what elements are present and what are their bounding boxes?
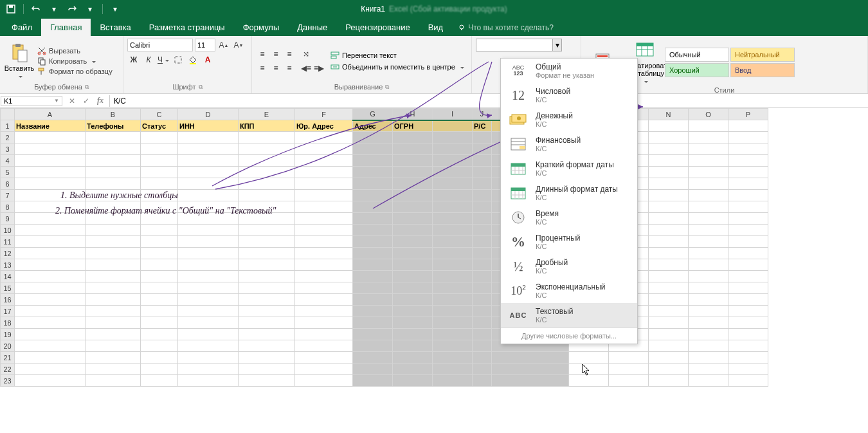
cell-F4[interactable] <box>295 155 353 167</box>
cell-D21[interactable] <box>178 352 239 364</box>
cell-F5[interactable] <box>295 167 353 178</box>
cell-D7[interactable] <box>178 190 239 201</box>
font-size-select[interactable] <box>195 39 215 51</box>
column-header-D[interactable]: D <box>178 109 239 120</box>
cell-D12[interactable] <box>178 248 239 259</box>
cell-J7[interactable] <box>473 190 492 201</box>
decrease-font-icon[interactable]: A▼ <box>232 39 245 51</box>
row-header-1[interactable]: 1 <box>1 120 15 132</box>
cell-N11[interactable] <box>649 236 689 248</box>
column-header-E[interactable]: E <box>239 109 295 120</box>
align-right-icon[interactable]: ≡ <box>283 62 296 75</box>
cell-D22[interactable] <box>178 364 239 375</box>
save-icon[interactable] <box>4 2 18 16</box>
cell-P20[interactable] <box>728 340 768 352</box>
borders-button[interactable] <box>172 53 185 66</box>
cell-E5[interactable] <box>239 167 295 178</box>
column-header-B[interactable]: B <box>86 109 141 120</box>
cell-E7[interactable] <box>239 190 295 201</box>
cell-M23[interactable] <box>609 375 649 387</box>
cell-C20[interactable] <box>141 340 178 352</box>
cell-H12[interactable] <box>393 248 433 259</box>
cell-N5[interactable] <box>649 167 689 178</box>
cell-H3[interactable] <box>393 143 433 155</box>
cell-N10[interactable] <box>649 225 689 236</box>
cell-O16[interactable] <box>689 294 728 306</box>
cell-D10[interactable] <box>178 225 239 236</box>
cell-H16[interactable] <box>393 294 433 306</box>
number-format-input[interactable] <box>476 39 553 51</box>
cell-J17[interactable] <box>473 306 492 317</box>
cell-O19[interactable] <box>689 329 728 340</box>
cell-E22[interactable] <box>239 364 295 375</box>
cell-B3[interactable] <box>86 143 141 155</box>
cell-B6[interactable] <box>86 178 141 190</box>
cell-J9[interactable] <box>473 213 492 225</box>
cell-H15[interactable] <box>393 282 433 294</box>
decrease-indent-icon[interactable]: ◀≡ <box>300 62 312 75</box>
cell-J2[interactable] <box>473 132 492 143</box>
column-header-N[interactable]: N <box>649 109 689 120</box>
column-header-P[interactable]: P <box>728 109 768 120</box>
cell-H11[interactable] <box>393 236 433 248</box>
cell-D18[interactable] <box>178 317 239 329</box>
cell-P9[interactable] <box>728 213 768 225</box>
cell-A1[interactable]: Название <box>15 120 86 132</box>
cell-G16[interactable] <box>353 294 393 306</box>
cell-style-normal[interactable]: Обычный <box>665 48 729 62</box>
cell-B17[interactable] <box>86 306 141 317</box>
cell-J12[interactable] <box>473 248 492 259</box>
cell-C22[interactable] <box>141 364 178 375</box>
cell-J21[interactable] <box>473 352 492 364</box>
cell-E16[interactable] <box>239 294 295 306</box>
cell-F9[interactable] <box>295 213 353 225</box>
cell-J1[interactable]: Р/С <box>473 120 492 132</box>
cell-O17[interactable] <box>689 306 728 317</box>
insert-function-icon[interactable]: fx <box>94 95 107 107</box>
cell-P23[interactable] <box>728 375 768 387</box>
cell-G4[interactable] <box>353 155 393 167</box>
tab-view[interactable]: Вид <box>419 19 453 36</box>
cell-H20[interactable] <box>393 340 433 352</box>
cell-A21[interactable] <box>15 352 86 364</box>
cell-N22[interactable] <box>649 364 689 375</box>
cell-F20[interactable] <box>295 340 353 352</box>
cell-B2[interactable] <box>86 132 141 143</box>
cell-C16[interactable] <box>141 294 178 306</box>
cell-G3[interactable] <box>353 143 393 155</box>
cell-P3[interactable] <box>728 143 768 155</box>
cell-O6[interactable] <box>689 178 728 190</box>
cell-C12[interactable] <box>141 248 178 259</box>
row-header-13[interactable]: 13 <box>1 259 15 271</box>
cell-O8[interactable] <box>689 201 728 213</box>
cell-H6[interactable] <box>393 178 433 190</box>
cell-C17[interactable] <box>141 306 178 317</box>
cell-E1[interactable]: КПП <box>239 120 295 132</box>
row-header-19[interactable]: 19 <box>1 329 15 340</box>
cell-I4[interactable] <box>433 155 473 167</box>
cell-H2[interactable] <box>393 132 433 143</box>
font-color-button[interactable]: A <box>201 53 214 66</box>
paste-button[interactable]: Вставить <box>4 41 35 81</box>
cell-I14[interactable] <box>433 271 473 282</box>
cell-P8[interactable] <box>728 201 768 213</box>
cell-G1[interactable]: Адрес <box>353 120 393 132</box>
merge-center-button[interactable]: Объединить и поместить в центре <box>330 62 464 71</box>
cell-A5[interactable] <box>15 167 86 178</box>
cell-E15[interactable] <box>239 282 295 294</box>
cell-I3[interactable] <box>433 143 473 155</box>
cell-B5[interactable] <box>86 167 141 178</box>
dialog-launcher-icon[interactable]: ⧉ <box>199 84 203 91</box>
row-header-6[interactable]: 6 <box>1 178 15 190</box>
cell-D14[interactable] <box>178 271 239 282</box>
cell-P21[interactable] <box>728 352 768 364</box>
cell-O2[interactable] <box>689 132 728 143</box>
cell-P2[interactable] <box>728 132 768 143</box>
cell-I23[interactable] <box>433 375 473 387</box>
tab-formulas[interactable]: Формулы <box>234 19 289 36</box>
cell-P10[interactable] <box>728 225 768 236</box>
cell-N23[interactable] <box>649 375 689 387</box>
cell-B11[interactable] <box>86 236 141 248</box>
cell-F16[interactable] <box>295 294 353 306</box>
font-name-select[interactable] <box>127 39 193 51</box>
